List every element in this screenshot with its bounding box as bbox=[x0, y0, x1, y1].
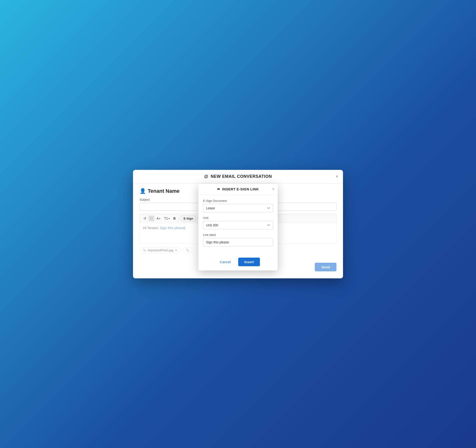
esign-modal-header: ✏ INSERT E-SIGN LINK × bbox=[198, 184, 278, 195]
email-modal: @ NEW EMAIL CONVERSATION × 👤 Tenant Name… bbox=[133, 170, 343, 278]
editor-prefix-text: Hi Tenant, bbox=[143, 226, 160, 230]
redo-button[interactable]: ↻ bbox=[149, 215, 154, 221]
email-modal-close-button[interactable]: × bbox=[335, 174, 338, 179]
bold-button[interactable]: B bbox=[172, 215, 177, 221]
esign-modal-overlay: ✏ INSERT E-SIGN LINK × E-Sign Document L… bbox=[198, 184, 278, 270]
pencil-icon: ✏ bbox=[217, 187, 220, 191]
email-modal-title: @ NEW EMAIL CONVERSATION bbox=[204, 174, 272, 179]
tenant-name-text: Tenant Name bbox=[148, 188, 180, 194]
insert-button[interactable]: Insert bbox=[238, 258, 260, 266]
attachment2-icon: 📎 bbox=[186, 249, 189, 252]
send-button[interactable]: Send bbox=[315, 263, 336, 271]
unit-label: Unit bbox=[203, 216, 273, 220]
esign-modal-footer: Cancel Insert bbox=[198, 254, 278, 270]
attachment-icon: 📎 bbox=[142, 249, 146, 252]
link-label-label: Link label bbox=[203, 233, 273, 237]
attachment-chip-2: 📎 bbox=[183, 247, 193, 253]
esign-modal-title-text: INSERT E-SIGN LINK bbox=[222, 187, 259, 191]
link-label-form-group: Link label bbox=[203, 233, 273, 246]
unit-select[interactable]: Unit 300 Unit 100 Unit 200 Unit 400 bbox=[203, 221, 273, 229]
email-modal-title-text: NEW EMAIL CONVERSATION bbox=[211, 174, 272, 179]
esign-modal-body: E-Sign Document Lease Addendum Move-In M… bbox=[198, 195, 278, 254]
editor-sign-link: Sign this please bbox=[160, 226, 184, 230]
attachment-chip-1: 📎 ImportantPhoto.jpg ✕ bbox=[140, 247, 180, 253]
toolbar-divider-2 bbox=[198, 216, 198, 221]
esign-modal: ✏ INSERT E-SIGN LINK × E-Sign Document L… bbox=[198, 184, 278, 270]
tenant-icon: 👤 bbox=[140, 188, 146, 194]
esign-modal-close-button[interactable]: × bbox=[272, 187, 274, 191]
attachment-name: ImportantPhoto.jpg bbox=[148, 249, 173, 252]
undo-button[interactable]: ↺ bbox=[142, 215, 148, 221]
link-label-input[interactable] bbox=[203, 238, 273, 246]
document-label: E-Sign Document bbox=[203, 199, 273, 203]
esign-toolbar-button[interactable]: E-Sign bbox=[181, 215, 196, 221]
unit-form-group: Unit Unit 300 Unit 100 Unit 200 Unit 400 bbox=[203, 216, 273, 229]
attachment-remove-button[interactable]: ✕ bbox=[175, 249, 177, 252]
heading-button[interactable]: T1 ▾ bbox=[163, 215, 171, 221]
toolbar-divider-1 bbox=[179, 216, 179, 221]
font-button[interactable]: A ▾ bbox=[155, 215, 162, 221]
esign-modal-title: ✏ INSERT E-SIGN LINK bbox=[217, 187, 259, 191]
document-form-group: E-Sign Document Lease Addendum Move-In M… bbox=[203, 199, 273, 212]
email-modal-header: @ NEW EMAIL CONVERSATION × bbox=[133, 170, 343, 183]
cancel-button[interactable]: Cancel bbox=[216, 258, 234, 266]
document-select[interactable]: Lease Addendum Move-In Move-Out bbox=[203, 204, 273, 212]
at-icon: @ bbox=[204, 174, 208, 179]
tenant-name: 👤 Tenant Name bbox=[140, 188, 180, 194]
